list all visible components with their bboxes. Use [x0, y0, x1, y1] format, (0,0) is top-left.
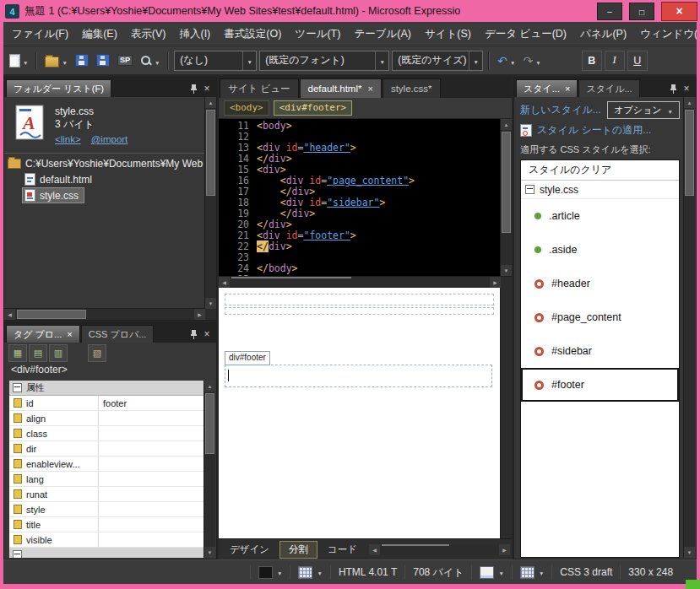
html-compat-control[interactable] — [471, 565, 511, 580]
view-tab[interactable]: コード — [318, 541, 366, 559]
menu-item[interactable]: 書式設定(O) — [217, 24, 288, 45]
font-combo[interactable]: (既定のフォント) — [259, 51, 389, 71]
selected-div-outline[interactable] — [225, 365, 492, 387]
minimize-button[interactable] — [597, 3, 622, 20]
design-hscrollbar[interactable] — [369, 544, 510, 555]
chevron-down-icon[interactable] — [469, 51, 482, 70]
folder-list-hscrollbar[interactable] — [4, 308, 205, 320]
attribute-value[interactable] — [99, 487, 204, 501]
new-style-link[interactable]: 新しいスタイル... — [520, 103, 601, 117]
font-size-combo[interactable]: (既定のサイズ) — [392, 51, 483, 71]
scroll-right-icon[interactable] — [194, 309, 205, 320]
style-item[interactable]: .aside — [521, 233, 679, 267]
stylesheet-link[interactable]: <link> — [55, 133, 81, 146]
scroll-down-icon[interactable] — [205, 298, 216, 309]
attribute-value[interactable] — [99, 426, 204, 440]
menu-item[interactable]: 挿入(I) — [172, 24, 217, 45]
attributes-section-header[interactable]: 属性 — [9, 381, 204, 396]
tab-css-properties[interactable]: CSS プロパ... — [81, 325, 155, 343]
save-button[interactable] — [73, 51, 91, 70]
menu-item[interactable]: テーブル(A) — [347, 24, 418, 45]
tab-tag-properties[interactable]: タグ プロ... — [6, 325, 80, 343]
style-item[interactable]: #page_content — [521, 300, 679, 334]
collapse-icon[interactable] — [13, 550, 22, 558]
style-item[interactable]: #footer — [521, 368, 679, 402]
visual-aids-control[interactable] — [290, 565, 329, 580]
maximize-button[interactable] — [629, 3, 654, 20]
close-icon[interactable] — [201, 328, 213, 340]
scroll-right-icon[interactable] — [499, 544, 510, 555]
code-vscrollbar[interactable] — [500, 119, 512, 276]
new-document-button[interactable] — [7, 51, 30, 70]
options-button[interactable]: オプション — [607, 101, 680, 119]
stylesheet-link[interactable]: @import — [91, 133, 128, 146]
title-bar[interactable]: 4 無題 1 (C:¥Users¥Yoshie¥Documents¥My Web… — [0, 0, 700, 22]
close-icon[interactable] — [67, 329, 72, 339]
document-tab[interactable]: style.css* — [383, 78, 441, 98]
tab-folder-list[interactable]: フォルダー リスト(F) — [6, 79, 111, 97]
code-line[interactable]: 22</div> — [219, 241, 501, 252]
menu-item[interactable]: ツール(T) — [288, 24, 347, 45]
bold-button[interactable]: B — [582, 51, 602, 71]
pin-icon[interactable] — [667, 83, 679, 95]
menu-item[interactable]: ファイル(F) — [5, 24, 75, 45]
summary-view-icon[interactable] — [88, 344, 106, 362]
attribute-row[interactable]: title — [9, 517, 204, 532]
style-item[interactable]: #header — [521, 267, 679, 300]
pin-icon[interactable] — [187, 328, 199, 340]
save-all-button[interactable] — [94, 51, 112, 70]
attribute-value[interactable] — [99, 472, 204, 486]
undo-button[interactable] — [495, 51, 518, 70]
code-line[interactable]: 11<body> — [219, 121, 501, 132]
view-tab[interactable]: 分割 — [279, 541, 317, 559]
empty-div-outline[interactable] — [225, 307, 494, 315]
element-label[interactable]: div#footer — [225, 351, 270, 365]
redo-button[interactable] — [521, 51, 544, 70]
scroll-down-icon[interactable] — [684, 547, 695, 558]
scroll-up-icon[interactable] — [204, 381, 215, 392]
close-icon[interactable] — [565, 84, 570, 94]
attribute-row[interactable]: idfooter — [9, 396, 204, 411]
style-combo[interactable]: (なし) — [174, 51, 257, 71]
quick-tag-item[interactable]: <body> — [224, 100, 269, 116]
open-button[interactable] — [42, 51, 69, 70]
code-line[interactable]: 24</body> — [219, 263, 501, 274]
collapse-icon[interactable] — [13, 383, 22, 392]
menu-item[interactable]: パネル(P) — [573, 24, 633, 45]
css-compat-control[interactable] — [512, 565, 551, 580]
scroll-up-icon[interactable] — [205, 97, 216, 108]
empty-div-outline[interactable] — [225, 294, 494, 305]
resize-corner[interactable] — [686, 580, 700, 589]
scroll-left-icon[interactable] — [369, 544, 380, 555]
stylesheet-group-header[interactable]: style.css — [521, 180, 679, 199]
tree-file-item[interactable]: default.html — [4, 171, 216, 187]
code-view[interactable]: 11<body>1213<div id="header">14</div>15<… — [219, 119, 512, 276]
style-item[interactable]: .article — [521, 199, 679, 233]
attribute-value[interactable] — [99, 457, 204, 471]
design-mode-control[interactable] — [250, 565, 290, 580]
code-hscrollbar[interactable] — [219, 276, 512, 288]
menu-item[interactable]: 編集(E) — [75, 24, 124, 45]
pin-icon[interactable] — [187, 83, 199, 95]
styles-vscrollbar[interactable] — [683, 97, 695, 558]
close-icon[interactable] — [367, 84, 372, 94]
scroll-right-icon[interactable] — [490, 277, 501, 288]
design-vscrollbar[interactable] — [500, 288, 512, 538]
tab-apply-styles[interactable]: スタイ... — [516, 79, 578, 97]
tree-file-item[interactable]: style.css — [4, 187, 216, 203]
close-icon[interactable] — [681, 83, 692, 95]
attribute-value[interactable]: footer — [99, 396, 204, 410]
folder-list-vscrollbar[interactable] — [204, 97, 216, 309]
menu-item[interactable]: ウィンドウ(W) — [633, 24, 700, 45]
document-tab[interactable]: default.html* — [300, 78, 382, 98]
attribute-value[interactable] — [99, 532, 204, 547]
clear-styles-item[interactable]: スタイルのクリア — [521, 160, 679, 180]
design-view[interactable]: div#footer — [219, 288, 500, 538]
selected-element[interactable]: div#footer — [225, 349, 492, 387]
scroll-up-icon[interactable] — [501, 119, 512, 130]
collapse-icon[interactable] — [525, 185, 534, 194]
menu-item[interactable]: データ ビュー(D) — [478, 24, 573, 45]
attribute-row[interactable]: style — [9, 502, 204, 517]
close-button[interactable] — [661, 2, 697, 21]
italic-button[interactable]: I — [605, 51, 625, 71]
